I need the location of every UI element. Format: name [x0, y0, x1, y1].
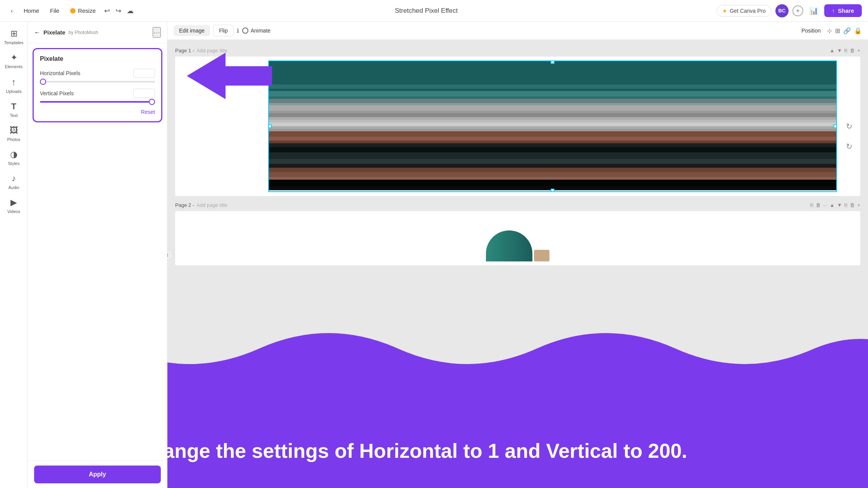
page-2-copy-button[interactable]: ⎘: [810, 202, 813, 208]
sidebar-item-styles[interactable]: ◑ Styles: [2, 146, 26, 169]
topbar: ‹ Home File Resize ↩ ↪ ☁ Stretched Pixel…: [0, 0, 868, 22]
flip-button[interactable]: Flip: [213, 25, 234, 36]
cloud-save-button[interactable]: ☁: [124, 4, 136, 17]
stripe-18: [269, 141, 836, 143]
file-button[interactable]: File: [45, 5, 64, 16]
text-icon: T: [11, 101, 16, 112]
lock-icon[interactable]: 🔒: [854, 27, 862, 34]
vertical-slider-container: [40, 101, 155, 103]
apply-button[interactable]: Apply: [34, 466, 161, 483]
crop-icon[interactable]: ⊹: [827, 27, 832, 34]
sidebar-item-photos[interactable]: 🖼 Photos: [2, 122, 26, 145]
stripe-16: [269, 131, 836, 136]
templates-icon: ⊞: [10, 29, 17, 39]
undo-button[interactable]: ↩: [102, 4, 112, 17]
add-button[interactable]: +: [792, 5, 803, 16]
sidebar-audio-label: Audio: [8, 185, 19, 190]
sidebar-item-templates[interactable]: ⊞ Templates: [2, 26, 26, 48]
page-2-add-button[interactable]: +: [857, 202, 860, 208]
page-2-delete-button[interactable]: 🗑: [816, 202, 821, 208]
photos-icon: 🖼: [10, 125, 18, 136]
horizontal-value-input[interactable]: 1: [133, 69, 155, 78]
vertical-fill: [40, 101, 155, 103]
page-2-down-button[interactable]: ▼: [837, 202, 842, 208]
avatar-initials: BC: [778, 8, 785, 14]
page-1-copy-button[interactable]: ⎘: [844, 48, 847, 53]
info-button[interactable]: ℹ: [237, 27, 239, 34]
stripe-14: [269, 126, 836, 129]
chart-icon-button[interactable]: 📊: [807, 4, 820, 17]
filter-icon[interactable]: ⊞: [835, 27, 840, 34]
handle-left[interactable]: [268, 124, 272, 128]
sidebar-item-uploads[interactable]: ↑ Uploads: [2, 74, 26, 97]
page-2-up-button[interactable]: ▲: [830, 202, 835, 208]
back-button[interactable]: ‹: [6, 5, 17, 16]
page-2-label: Page 2 -: [175, 202, 194, 208]
resize-label: Resize: [78, 7, 96, 14]
page-2-label-row: Page 2 - Add page title ⎘ 🗑 ··· ▲ ▼ ⎘ 🗑 …: [175, 202, 860, 208]
sidebar-templates-label: Templates: [4, 40, 23, 45]
handle-right[interactable]: [834, 124, 837, 128]
sidebar-item-text[interactable]: T Text: [2, 98, 26, 121]
stripe-20: [269, 147, 836, 152]
stripe-21: [269, 152, 836, 159]
stripe-10: [269, 113, 836, 117]
resize-button[interactable]: Resize: [65, 5, 100, 16]
panel-plugin-name: Pixelate: [43, 29, 65, 36]
nav-area: ‹ Home File Resize ↩ ↪ ☁: [6, 4, 136, 17]
redo-button[interactable]: ↪: [113, 4, 124, 17]
vertical-row: Vertical Pixels 200: [40, 89, 155, 98]
page-1-delete-button[interactable]: 🗑: [850, 48, 855, 53]
rotate-icon[interactable]: ↻: [846, 122, 852, 131]
stripe-8: [269, 105, 836, 110]
panel-more-button[interactable]: ···: [153, 27, 161, 38]
rotate-icon-2[interactable]: ↻: [846, 142, 852, 151]
sidebar-item-elements[interactable]: ✦ Elements: [2, 50, 26, 72]
position-button[interactable]: Position: [801, 27, 821, 34]
page-1-add-button[interactable]: +: [857, 48, 860, 53]
page-1-down-button[interactable]: ▼: [837, 48, 842, 53]
toolbar-icons: ⊹ ⊞ 🔗 🔒: [827, 27, 862, 34]
undo-redo-group: ↩ ↪ ☁: [102, 4, 136, 17]
vertical-value-input[interactable]: 200: [133, 89, 155, 98]
panel-back-button[interactable]: ← Pixelate by PhotoMosh: [34, 29, 98, 36]
animate-button[interactable]: Animate: [242, 27, 270, 34]
animate-label: Animate: [251, 27, 270, 34]
horizontal-row: Horizontal Pixels 1: [40, 69, 155, 78]
stripe-12: [269, 120, 836, 122]
pixelate-title: Pixelate: [40, 55, 155, 62]
canva-pro-button[interactable]: ★ Get Canva Pro: [716, 5, 772, 17]
sidebar-item-videos[interactable]: ▶ Videos: [2, 194, 26, 217]
stripe-17: [269, 137, 836, 141]
link-icon[interactable]: 🔗: [843, 27, 851, 34]
main-layout: ⊞ Templates ✦ Elements ↑ Uploads T Text …: [0, 22, 868, 488]
share-icon: ↑: [832, 7, 835, 14]
handle-top[interactable]: [551, 60, 555, 64]
project-title: Stretched Pixel Effect: [395, 7, 458, 15]
videos-icon: ▶: [10, 198, 17, 208]
panel-header: ← Pixelate by PhotoMosh ···: [28, 22, 167, 43]
page-2-canvas: [175, 211, 860, 265]
handle-bottom[interactable]: [551, 189, 555, 192]
panel-area: ← Pixelate by PhotoMosh ··· Pixelate Hor…: [28, 22, 167, 488]
stripe-13: [269, 122, 836, 126]
page-2-add-title[interactable]: Add page title: [196, 202, 227, 208]
page-2-copy2-button[interactable]: ⎘: [844, 202, 847, 208]
sidebar-item-audio[interactable]: ♪ Audio: [2, 170, 26, 193]
home-button[interactable]: Home: [19, 5, 44, 16]
stripe-4: [269, 91, 836, 96]
page-2-dots-button[interactable]: ···: [823, 202, 827, 208]
vertical-thumb[interactable]: [149, 99, 155, 105]
stretched-image: [269, 61, 836, 191]
stripe-22: [269, 159, 836, 164]
page-1-up-button[interactable]: ▲: [830, 48, 835, 53]
reset-button[interactable]: Reset: [141, 109, 155, 115]
edit-image-button[interactable]: Edit image: [174, 25, 210, 36]
share-label: Share: [838, 7, 854, 14]
sidebar-photos-label: Photos: [7, 137, 20, 142]
horizontal-thumb[interactable]: [40, 79, 46, 85]
share-button[interactable]: ↑ Share: [824, 4, 862, 17]
page-2-del2-button[interactable]: 🗑: [850, 202, 855, 208]
avatar[interactable]: BC: [775, 4, 789, 17]
stretched-image-container[interactable]: [268, 60, 837, 192]
